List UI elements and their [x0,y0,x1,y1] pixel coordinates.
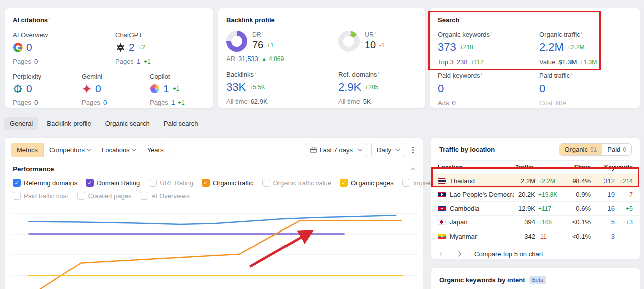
tab-paid-search[interactable]: Paid search [158,117,204,130]
ai-citations-row2: Perplexity 0 Pages0 Gemini 0 Pages0 Copi… [13,73,205,106]
checkbox-checked-icon [86,179,94,187]
table-row-japan[interactable]: Japan 394+108 <0.1% 5+3 [431,216,640,230]
red-arrow-annotation [250,233,309,267]
prev-page-icon[interactable] [440,251,445,256]
performance-panel: Metrics Competitors Locations Years Last… [4,137,423,289]
cambodia-flag-icon [438,206,446,211]
checkbox-icon [262,179,270,187]
google-icon [13,42,23,52]
ref-domains-stat: Ref. domainsi 2.9K+205 All time5K [338,71,379,105]
ai-citations-card: AI citationsi AI Overview 0 Pages0 ChatG… [4,8,214,108]
backlink-profile-card: Backlink profile DRi 76+1 URi 10-1 AR 31… [218,8,425,108]
more-options-icon[interactable] [409,145,417,155]
info-icon[interactable]: i [491,31,492,35]
keywords-by-intent-panel: Organic keywords by intent Beta [431,267,640,289]
info-icon[interactable]: i [375,31,376,35]
keywords-by-intent-title: Organic keywords by intent [439,276,525,284]
performance-chart [5,200,424,289]
paid-toggle-button[interactable]: Paid0 [602,144,631,155]
table-row-laos[interactable]: Lao People's Democratic Reput 20.2K+19.8… [431,188,640,202]
organic-keywords-stat: Organic keywordsi 373+218 Top 3238+112 [438,31,539,66]
ur-stat: URi 10-1 [338,31,385,52]
organic-toggle-button[interactable]: Organic51 [559,144,602,155]
table-row-myanmar[interactable]: Myanmar 342-11 <0.1% 3 [431,229,640,244]
chatgpt-icon [115,42,125,52]
collapse-chevron-icon[interactable] [411,168,415,172]
metric-paid-traffic-cost[interactable]: Paid traffic cost [13,192,68,200]
backlink-profile-title: Backlink profile [226,16,417,24]
ai-overview-stat: AI Overview 0 Pages0 [13,31,115,65]
traffic-by-location-panel: Traffic by location Organic51 Paid0 Loca… [431,137,640,260]
table-row-thailand[interactable]: Thailand 2.2M+2.2M 98.4% 312+214 [431,174,640,188]
calendar-icon [310,147,317,153]
checkbox-icon [77,192,85,200]
compare-top5-link[interactable]: Compare top 5 on chart [474,250,543,258]
traffic-by-location-title: Traffic by location [439,146,495,153]
tab-backlink-profile[interactable]: Backlink profile [41,117,96,130]
next-page-icon[interactable] [456,251,461,256]
paid-traffic-stat: Paid traffici 0 CostN/A [539,72,572,106]
metric-ai-overviews[interactable]: AI Overviews [140,192,190,200]
info-icon[interactable]: i [481,72,482,76]
metric-toggles: Referring domains Domain Rating URL Rati… [5,173,423,200]
chevron-down-icon [396,147,400,151]
perplexity-icon [13,84,23,94]
chart-filter-group: Metrics Competitors Locations Years [11,143,169,157]
checkbox-checked-icon [13,179,21,187]
info-icon[interactable]: i [262,31,263,35]
japan-flag-icon [438,219,446,225]
chevron-down-icon [358,147,362,151]
tab-organic-search[interactable]: Organic search [100,117,155,130]
ar-stat: AR 31,533 ▲ 4,069 [226,55,417,63]
copilot-icon [150,84,160,94]
metric-url-rating[interactable]: URL Rating [149,179,193,187]
granularity-dropdown[interactable]: Daily [371,143,405,157]
locations-dropdown[interactable]: Locations [96,143,141,157]
chatgpt-stat: ChatGPT 2+2 Pages1+1 [115,31,151,65]
gemini-stat: Gemini 0 Pages0 [82,73,150,106]
metric-referring-domains[interactable]: Referring domains [13,179,77,187]
checkbox-icon [140,192,148,200]
performance-title: Performance [13,165,54,173]
metric-organic-traffic[interactable]: Organic traffic [202,179,254,187]
perplexity-stat: Perplexity 0 Pages0 [13,73,82,106]
backlinks-stat: Backlinksi 33K+5.5K All time62.9K [226,71,338,105]
location-table-header: Location Traffic Share Keywords [431,161,640,174]
date-range-dropdown[interactable]: Last 7 days [305,143,368,157]
checkbox-checked-icon [202,179,210,187]
chevron-down-icon [131,147,135,151]
dr-donut [226,31,247,52]
checkbox-icon [149,179,157,187]
metric-organic-pages[interactable]: Organic pages [340,179,394,187]
info-icon[interactable]: i [255,71,256,75]
chevron-down-icon [87,147,91,151]
metric-organic-traffic-value[interactable]: Organic traffic value [262,179,331,187]
ai-citations-title: AI citationsi [13,16,205,24]
dr-stat: DRi 76+1 [226,31,338,52]
myanmar-flag-icon [438,234,446,239]
info-icon[interactable]: i [581,31,582,35]
organic-paid-toggle: Organic51 Paid0 [559,143,632,156]
info-icon[interactable]: i [49,16,50,21]
tab-general[interactable]: General [4,117,38,130]
metrics-button[interactable]: Metrics [11,143,44,157]
competitors-dropdown[interactable]: Competitors [44,143,96,157]
copilot-stat: Copilot 1+1 Pages1+1 [150,73,185,106]
checkbox-icon [402,179,410,187]
chart-toolbar: Metrics Competitors Locations Years Last… [5,138,423,157]
ai-citations-row1: AI Overview 0 Pages0 ChatGPT 2+2 Pages1+… [13,31,205,65]
paid-keywords-stat: Paid keywordsi 0 Ads0 [438,72,539,106]
metric-domain-rating[interactable]: Domain Rating [86,179,140,187]
thailand-flag-icon [438,178,446,184]
table-row-cambodia[interactable]: Cambodia 12.9K+117 0.6% 16+5 [431,202,640,216]
years-button[interactable]: Years [141,143,169,157]
beta-badge: Beta [529,276,547,284]
gemini-icon [82,84,92,94]
metric-crawled-pages[interactable]: Crawled pages [77,192,132,200]
organic-traffic-stat: Organic traffici 2.2M+2.2M Value$1.3M+1.… [539,31,597,66]
checkbox-icon [13,192,21,200]
search-card-title: Search [438,16,632,24]
search-card: Search Organic keywordsi 373+218 Top 323… [429,8,640,108]
info-icon[interactable]: i [378,71,379,75]
info-icon[interactable]: i [571,72,572,76]
